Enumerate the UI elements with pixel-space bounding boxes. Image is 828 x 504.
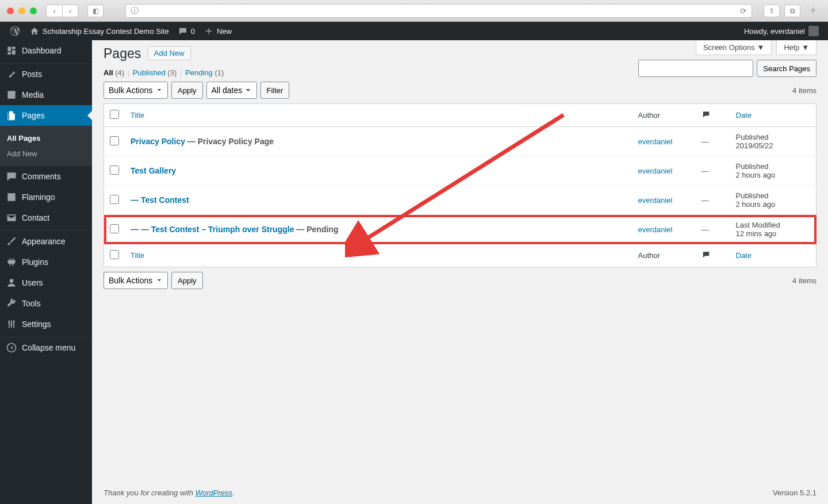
comments-link[interactable]: 0 [174,22,200,40]
window-minimize[interactable] [18,7,25,14]
col-title-foot[interactable]: Title [131,251,144,260]
refresh-icon[interactable]: ⟳ [740,6,747,16]
search-input[interactable] [638,60,753,77]
menu-posts[interactable]: Posts [0,64,92,84]
share-button[interactable]: ⇧ [764,5,780,17]
author-link[interactable]: everdaniel [638,196,673,205]
date-status: Published [736,191,769,200]
menu-media[interactable]: Media [0,84,92,105]
flamingo-icon [6,191,17,203]
menu-contact[interactable]: Contact [0,207,92,228]
view-all[interactable]: All [103,68,113,77]
bulk-actions-select[interactable]: Bulk Actions [103,82,168,99]
menu-appearance[interactable]: Appearance [0,231,92,252]
back-button[interactable]: ‹ [46,5,62,17]
row-title-link[interactable]: Test Gallery [131,166,176,175]
search-pages-button[interactable]: Search Pages [757,60,816,77]
wp-version: Version 5.2.1 [773,488,816,497]
date-detail: 12 mins ago [736,229,777,238]
menu-label: Pages [22,111,45,120]
comment-icon [702,251,711,259]
menu-pages[interactable]: Pages [0,105,92,126]
pages-submenu: All Pages Add New [0,126,92,166]
post-state: — Privacy Policy Page [185,137,274,146]
row-title-link[interactable]: — — Test Contest – Triumph over Struggle [131,225,294,234]
nav-buttons: ‹ › [46,5,78,17]
tabs-button[interactable]: ⧉ [784,5,800,17]
menu-label: Collapse menu [22,343,75,352]
menu-label: Dashboard [22,46,62,55]
site-name-text: Scholarship Essay Contest Demo Site [43,27,169,36]
bulk-actions-select-bottom[interactable]: Bulk Actions [103,272,168,289]
menu-users[interactable]: Users [0,272,92,293]
comments-count: 0 [191,27,195,36]
row-checkbox[interactable] [110,166,119,175]
info-icon: ⓘ [131,6,139,16]
wp-admin-bar: Scholarship Essay Contest Demo Site 0 Ne… [0,22,828,40]
date-filter-select[interactable]: All dates [206,82,257,99]
menu-plugins[interactable]: Plugins [0,252,92,272]
view-published[interactable]: Published [133,68,166,77]
new-content-link[interactable]: New [200,22,236,40]
pages-icon [6,110,17,121]
comments-icon [6,171,17,182]
apply-button-bottom[interactable]: Apply [171,272,203,289]
traffic-lights [7,7,37,14]
tablenav-top: Search Pages Bulk Actions Apply All date… [103,82,816,99]
wp-logo[interactable] [5,22,25,40]
col-date-foot[interactable]: Date [736,251,752,260]
col-comments-foot[interactable] [696,244,730,267]
my-account[interactable]: Howdy, everdaniel [739,22,823,40]
col-author-foot: Author [632,244,696,267]
menu-collapse[interactable]: Collapse menu [0,337,92,358]
item-count-bottom: 4 items [792,276,816,285]
menu-comments[interactable]: Comments [0,166,92,187]
chrome-right: ⇧ ⧉ + [764,5,821,17]
help-tab[interactable]: Help ▼ [776,40,816,55]
submenu-all-pages[interactable]: All Pages [0,130,92,146]
url-bar[interactable]: ⓘ ⟳ [125,4,752,18]
row-title-link[interactable]: Privacy Policy [131,137,185,146]
author-link[interactable]: everdaniel [638,137,673,146]
forward-button[interactable]: › [62,5,78,17]
menu-dashboard[interactable]: Dashboard [0,40,92,61]
add-new-button[interactable]: Add New [148,46,191,60]
date-detail: 2019/05/22 [736,141,773,150]
wordpress-link[interactable]: WordPress [195,488,232,497]
row-checkbox[interactable] [110,224,119,233]
select-all-top[interactable] [110,110,119,119]
screen-options-tab[interactable]: Screen Options ▼ [696,40,772,55]
filter-button[interactable]: Filter [260,82,290,99]
row-checkbox[interactable] [110,136,119,145]
author-link[interactable]: everdaniel [638,225,673,234]
menu-tools[interactable]: Tools [0,293,92,314]
avatar [808,26,819,36]
sidebar-toggle[interactable]: ◧ [87,5,103,17]
col-title[interactable]: Title [131,111,144,120]
select-all-bottom[interactable] [110,250,119,259]
menu-label: Tools [22,299,41,308]
menu-flamingo[interactable]: Flamingo [0,187,92,207]
window-close[interactable] [7,7,14,14]
col-date[interactable]: Date [736,111,752,120]
dashboard-icon [6,45,17,56]
date-detail: 2 hours ago [736,200,776,209]
submenu-add-new[interactable]: Add New [0,146,92,161]
admin-sidebar: Dashboard Posts Media Pages All Pages Ad… [0,40,92,504]
menu-label: Comments [22,172,61,181]
new-tab-button[interactable]: + [805,5,821,17]
window-maximize[interactable] [30,7,37,14]
settings-icon [6,318,17,330]
row-title-link[interactable]: — Test Contest [131,195,189,205]
row-checkbox[interactable] [110,195,119,204]
apply-button-top[interactable]: Apply [171,82,203,99]
author-link[interactable]: everdaniel [638,167,673,175]
date-status: Last Modified [736,221,780,229]
view-pending[interactable]: Pending [185,68,213,77]
menu-settings[interactable]: Settings [0,314,92,334]
user-icon [6,277,17,288]
col-author: Author [632,104,696,127]
site-name-link[interactable]: Scholarship Essay Contest Demo Site [25,22,174,40]
col-comments[interactable] [696,104,730,127]
greeting-text: Howdy, everdaniel [744,27,805,36]
